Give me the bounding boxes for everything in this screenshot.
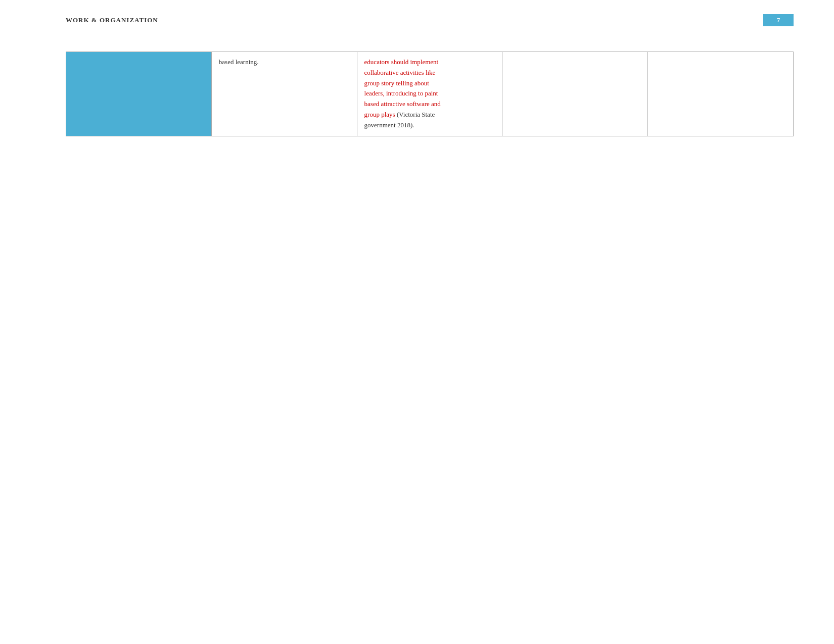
page-header: WORK & ORGANIZATION 7 (0, 0, 834, 36)
line2: collaborative activities like (364, 69, 436, 76)
line5: based attractive software and (364, 100, 441, 108)
cell-empty-2 (648, 52, 794, 136)
line6-black: (Victoria State (395, 111, 435, 118)
cell-text-1: based learning. (211, 52, 357, 136)
main-content: based learning. educators should impleme… (0, 36, 834, 157)
educators-text: educators should implement collaborative… (364, 57, 495, 131)
line3: group story telling about (364, 79, 429, 87)
document-title: WORK & ORGANIZATION (66, 16, 158, 24)
line7: government 2018). (364, 121, 414, 129)
page-number: 7 (763, 14, 794, 26)
based-learning-text: based learning. (219, 58, 259, 66)
cell-blue-1 (66, 52, 212, 136)
line1: educators should implement (364, 58, 439, 66)
cell-text-2: educators should implement collaborative… (357, 52, 502, 136)
cell-empty-1 (502, 52, 648, 136)
table-row: based learning. educators should impleme… (66, 52, 794, 136)
content-table: based learning. educators should impleme… (66, 52, 794, 136)
line6-red: group plays (364, 111, 395, 118)
line4: leaders, introducing to paint (364, 89, 438, 97)
